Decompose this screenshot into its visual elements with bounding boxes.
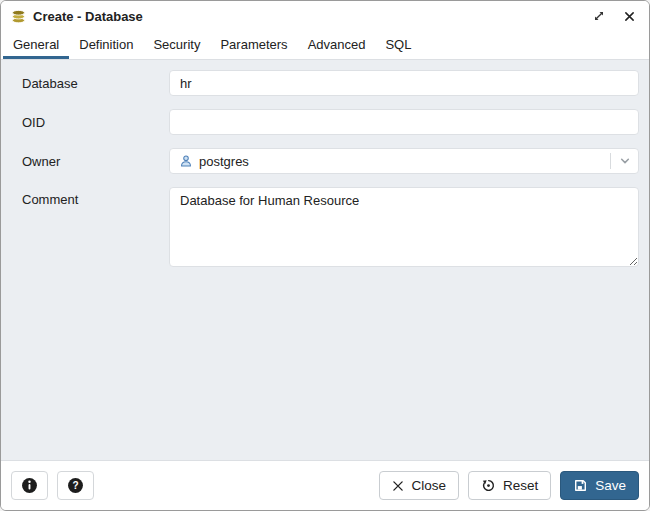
save-button[interactable]: Save	[560, 471, 639, 500]
tab-sql[interactable]: SQL	[375, 31, 421, 59]
help-icon: ?	[67, 477, 84, 494]
create-database-dialog: Create - Database General Definition Sec…	[0, 0, 650, 511]
dialog-title: Create - Database	[33, 9, 143, 24]
owner-label: Owner	[1, 154, 169, 169]
reset-button[interactable]: Reset	[468, 471, 551, 500]
save-icon	[573, 478, 588, 493]
database-label: Database	[1, 76, 169, 91]
owner-select[interactable]: postgres	[169, 148, 639, 174]
comment-row: Comment Database for Human Resource	[1, 187, 639, 270]
comment-label: Comment	[1, 187, 169, 207]
database-input[interactable]	[169, 70, 639, 96]
svg-text:?: ?	[72, 480, 78, 491]
tab-security[interactable]: Security	[143, 31, 210, 59]
save-button-label: Save	[595, 478, 626, 493]
database-row: Database	[1, 70, 639, 96]
oid-label: OID	[1, 115, 169, 130]
close-icon	[392, 480, 404, 492]
database-icon	[11, 9, 26, 24]
chevron-down-icon[interactable]	[610, 153, 638, 169]
general-tab-panel: Database OID Owner	[1, 60, 649, 460]
tab-general[interactable]: General	[3, 31, 69, 59]
tab-parameters[interactable]: Parameters	[210, 31, 297, 59]
close-button-label: Close	[411, 478, 446, 493]
user-icon	[179, 154, 193, 168]
oid-row: OID	[1, 109, 639, 135]
owner-value: postgres	[199, 154, 249, 169]
reset-icon	[481, 478, 496, 493]
owner-row: Owner postgres	[1, 148, 639, 174]
info-button[interactable]	[11, 471, 48, 500]
dialog-header: Create - Database	[1, 1, 649, 31]
oid-input[interactable]	[169, 109, 639, 135]
help-button[interactable]: ?	[57, 471, 94, 500]
tab-advanced[interactable]: Advanced	[298, 31, 376, 59]
tab-bar: General Definition Security Parameters A…	[1, 31, 649, 60]
close-window-icon[interactable]	[623, 10, 636, 23]
comment-textarea[interactable]: Database for Human Resource	[169, 187, 639, 267]
maximize-icon[interactable]	[592, 9, 606, 23]
reset-button-label: Reset	[503, 478, 538, 493]
dialog-footer: ? Close Reset	[1, 460, 649, 510]
info-icon	[21, 477, 38, 494]
tab-definition[interactable]: Definition	[69, 31, 143, 59]
close-button[interactable]: Close	[379, 471, 459, 500]
